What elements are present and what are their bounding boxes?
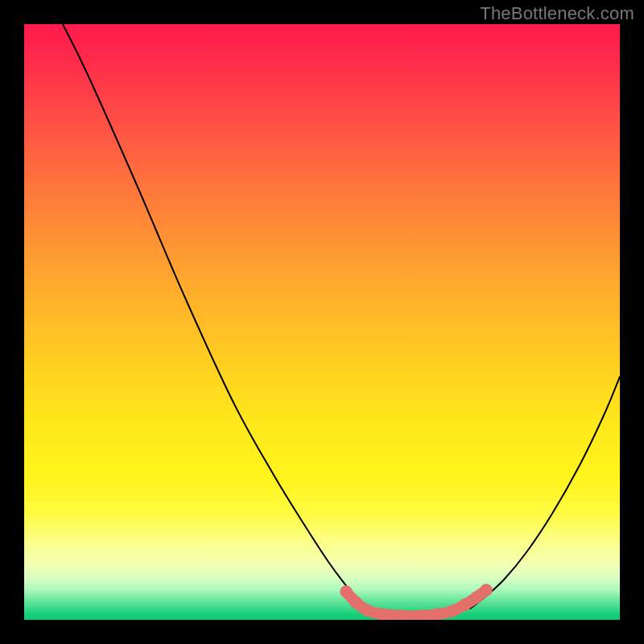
series-floor-highlight-dot xyxy=(361,604,373,616)
series-floor-highlight-dot xyxy=(459,598,471,610)
series-floor-highlight-dot xyxy=(480,584,492,596)
chart-container: TheBottleneck.com xyxy=(0,0,644,644)
series-floor-highlight-dot xyxy=(431,608,444,620)
series-floor-highlight-dot xyxy=(349,596,361,608)
series-floor-highlight-dot xyxy=(340,585,352,597)
series-floor-highlight-dot xyxy=(446,605,458,617)
series-floor-highlight-dot xyxy=(375,608,387,620)
series-left-arm xyxy=(63,24,367,609)
series-right-arm xyxy=(470,377,620,609)
watermark-text: TheBottleneck.com xyxy=(480,3,634,24)
plot-area xyxy=(24,24,620,620)
curve-layer xyxy=(24,24,620,620)
